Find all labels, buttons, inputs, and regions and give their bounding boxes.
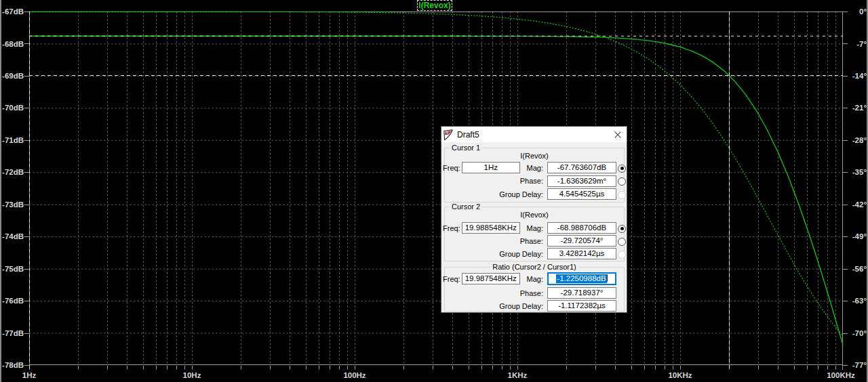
group-cursor-2: Cursor 2I(Revox)Freq:19.988548KHzMag:-68… (444, 207, 625, 261)
group-label: Cursor 2 (450, 203, 482, 211)
value-label: Group Delay: (462, 190, 543, 198)
y-left-label: -75dB (1, 265, 24, 273)
freq-label: Freq: (443, 164, 460, 172)
x-axis-label: 1Hz (9, 371, 50, 379)
value-field[interactable]: -1.6363629m° (547, 175, 616, 187)
y-right-label: -63° (846, 297, 867, 305)
y-right-label: -7° (846, 40, 867, 48)
group-label: Ratio (Cursor2 / Cursor1) (490, 263, 578, 271)
x-axis-label: 100KHz (821, 371, 861, 379)
value-field[interactable]: -1.1172382µs (547, 300, 616, 312)
radio-selected[interactable] (618, 225, 626, 233)
magnitude-trace (29, 36, 843, 345)
plot-area[interactable] (0, 0, 868, 382)
x-axis-label: 1KHz (497, 371, 538, 379)
y-left-label: -78dB (1, 361, 24, 369)
trace-label[interactable]: I(Revox) (417, 0, 452, 11)
radio-disabled (618, 191, 626, 199)
value-label: Group Delay: (462, 250, 543, 258)
y-right-label: -70° (846, 329, 867, 337)
selected-value-text: -1.2250988dB (556, 274, 606, 283)
ltspice-logo-icon (443, 129, 454, 141)
y-right-label: -49° (846, 232, 867, 240)
group-cursor-1: Cursor 1I(Revox)Freq:1HzMag:-67.763607dB… (444, 148, 625, 203)
cursor-dialog[interactable]: Draft5 Cursor 1I(Revox)Freq:1HzMag:-67.7… (441, 126, 627, 313)
group-ratio-cursor2-cursor1-: Ratio (Cursor2 / Cursor1)Freq:19.987548K… (444, 267, 625, 312)
y-right-label: -56° (846, 265, 867, 273)
phase-trace (29, 12, 843, 336)
plot-border (30, 12, 843, 365)
value-label: Phase: (462, 177, 543, 185)
value-label: Mag: (462, 275, 543, 283)
y-right-label: -35° (846, 168, 867, 176)
y-right-label: 0° (846, 7, 867, 16)
freq-label: Freq: (443, 224, 460, 232)
y-right-label: -14° (846, 72, 867, 80)
text-caret (607, 274, 608, 282)
freq-label: Freq: (443, 275, 460, 283)
value-label: Mag: (462, 164, 543, 172)
value-field[interactable]: -1.2250988dB (547, 272, 616, 285)
y-right-label: -21° (846, 104, 867, 112)
y-left-label: -74dB (1, 232, 24, 240)
radio-unselected[interactable] (618, 238, 626, 246)
y-right-label: -77° (846, 361, 867, 369)
y-right-label: -28° (846, 136, 867, 144)
y-right-label: -42° (846, 200, 867, 209)
group-trace-name: I(Revox) (445, 152, 624, 160)
y-left-label: -77dB (1, 329, 24, 337)
close-icon[interactable] (614, 131, 621, 138)
y-left-label: -69dB (1, 72, 24, 80)
value-field[interactable]: -29.718937° (547, 287, 616, 299)
x-axis-label: 10Hz (172, 371, 212, 379)
group-label: Cursor 1 (450, 144, 482, 152)
value-label: Mag: (462, 224, 543, 232)
dialog-titlebar[interactable]: Draft5 (441, 127, 627, 142)
radio-selected[interactable] (618, 165, 626, 173)
y-left-label: -73dB (1, 200, 24, 209)
radio-disabled (618, 251, 626, 259)
value-field[interactable]: 3.4282142µs (547, 248, 616, 259)
y-left-label: -71dB (1, 136, 24, 144)
y-left-label: -72dB (1, 168, 24, 176)
value-label: Phase: (462, 289, 543, 297)
radio-unselected[interactable] (618, 177, 626, 186)
ltspice-waveform-window: -67dB-68dB-69dB-70dB-71dB-72dB-73dB-74dB… (0, 0, 868, 382)
value-field[interactable]: 4.5454525µs (547, 188, 616, 200)
y-left-label: -76dB (1, 297, 24, 305)
dialog-title: Draft5 (457, 130, 479, 140)
y-left-label: -67dB (1, 7, 24, 16)
value-label: Phase: (462, 237, 543, 245)
value-label: Group Delay: (462, 302, 543, 310)
value-field[interactable]: -67.763607dB (547, 162, 616, 173)
value-field[interactable]: -68.988706dB (547, 222, 616, 234)
y-left-label: -70dB (1, 104, 24, 112)
x-axis-label: 10KHz (660, 371, 701, 379)
x-axis-label: 100Hz (334, 371, 375, 379)
y-left-label: -68dB (1, 40, 24, 48)
group-trace-name: I(Revox) (445, 211, 624, 219)
value-field[interactable]: -29.720574° (547, 235, 616, 247)
